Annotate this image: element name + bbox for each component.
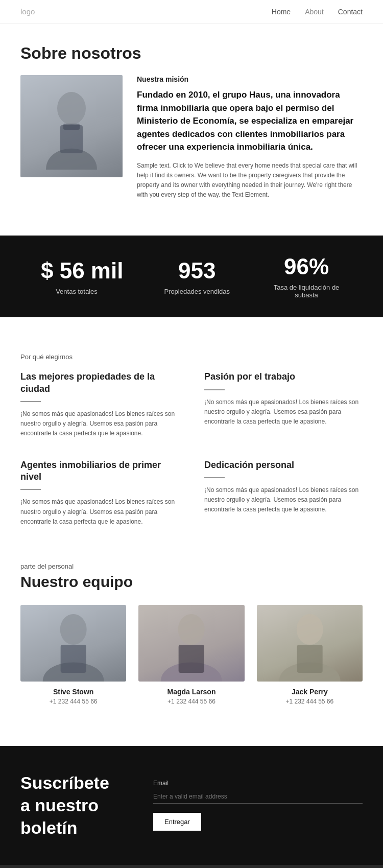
feature-0-desc: ¡No somos más que apasionados! Los biene… bbox=[20, 409, 179, 439]
page-title: Sobre nosotros bbox=[20, 44, 363, 63]
svg-rect-6 bbox=[179, 645, 204, 673]
stat-rate-label: Tasa de liquidación de subasta bbox=[271, 284, 342, 299]
newsletter-title: Suscríbete a nuestro boletín bbox=[20, 771, 123, 839]
why-label: Por qué elegirnos bbox=[20, 353, 363, 361]
svg-point-3 bbox=[60, 614, 87, 645]
feature-0-divider bbox=[20, 401, 41, 402]
member-1-phone: +1 232 444 55 66 bbox=[138, 698, 244, 705]
feature-1-desc: ¡No somos más que apasionados! Los biene… bbox=[204, 397, 363, 427]
why-section: Por qué elegirnos Las mejores propiedade… bbox=[0, 338, 383, 542]
stat-properties-label: Propiedades vendidas bbox=[164, 288, 230, 295]
svg-rect-2 bbox=[63, 124, 80, 130]
stat-properties: 953 Propiedades vendidas bbox=[164, 258, 230, 295]
nav-contact[interactable]: Contact bbox=[338, 8, 363, 16]
about-section: Sobre nosotros Nuestra misión Fundado en… bbox=[0, 24, 383, 215]
stat-rate-value: 96% bbox=[271, 254, 342, 279]
svg-point-0 bbox=[57, 92, 86, 125]
feature-2-title: Agentes inmobiliarios de primer nivel bbox=[20, 459, 179, 483]
mission-label: Nuestra misión bbox=[137, 75, 363, 83]
newsletter-section: Suscríbete a nuestro boletín Email Entre… bbox=[0, 746, 383, 865]
svg-point-5 bbox=[178, 614, 205, 645]
svg-point-7 bbox=[296, 614, 323, 645]
svg-rect-4 bbox=[61, 645, 86, 673]
nav-about[interactable]: About bbox=[305, 8, 324, 16]
member-1-name: Magda Larson bbox=[138, 688, 244, 696]
stat-sales: $ 56 mil Ventas totales bbox=[41, 258, 123, 295]
member-1-photo bbox=[138, 605, 244, 682]
person-photo bbox=[20, 75, 123, 177]
submit-button[interactable]: Entregar bbox=[153, 813, 201, 831]
email-input[interactable] bbox=[153, 790, 363, 804]
team-title: Nuestro equipo bbox=[20, 573, 363, 591]
stat-properties-value: 953 bbox=[164, 258, 230, 284]
team-grid: Stive Stown +1 232 444 55 66 Magda Larso… bbox=[20, 605, 363, 705]
mission-text: Fundado en 2010, el grupo Haus, una inno… bbox=[137, 88, 363, 154]
feature-0-title: Las mejores propiedades de la ciudad bbox=[20, 371, 179, 395]
feature-3-title: Dedicación personal bbox=[204, 459, 363, 471]
feature-3-desc: ¡No somos más que apasionados! Los biene… bbox=[204, 485, 363, 515]
feature-3: Dedicación personal ¡No somos más que ap… bbox=[204, 459, 363, 527]
svg-rect-8 bbox=[297, 645, 322, 673]
feature-1: Pasión por el trabajo ¡No somos más que … bbox=[204, 371, 363, 438]
nav-home[interactable]: Home bbox=[272, 8, 291, 16]
feature-3-divider bbox=[204, 477, 225, 478]
footer: Sample text. Click to select the Text El… bbox=[0, 865, 383, 869]
navbar: logo Home About Contact bbox=[0, 0, 383, 24]
stat-sales-label: Ventas totales bbox=[41, 288, 112, 295]
newsletter-form: Email Entregar bbox=[153, 780, 363, 831]
email-label: Email bbox=[153, 780, 363, 787]
team-label: parte del personal bbox=[20, 562, 363, 570]
team-member-0: Stive Stown +1 232 444 55 66 bbox=[20, 605, 126, 705]
member-0-photo bbox=[20, 605, 126, 682]
team-section: parte del personal Nuestro equipo Stive … bbox=[0, 542, 383, 725]
feature-2-desc: ¡No somos más que apasionados! Los biene… bbox=[20, 497, 179, 527]
team-member-2: Jack Perry +1 232 444 55 66 bbox=[257, 605, 363, 705]
about-text-block: Nuestra misión Fundado en 2010, el grupo… bbox=[137, 75, 363, 200]
about-content: Nuestra misión Fundado en 2010, el grupo… bbox=[20, 75, 363, 200]
feature-1-title: Pasión por el trabajo bbox=[204, 371, 363, 383]
features-grid: Las mejores propiedades de la ciudad ¡No… bbox=[20, 371, 363, 527]
feature-0: Las mejores propiedades de la ciudad ¡No… bbox=[20, 371, 179, 438]
stat-sales-value: $ 56 mil bbox=[41, 258, 123, 284]
member-0-name: Stive Stown bbox=[20, 688, 126, 696]
member-2-name: Jack Perry bbox=[257, 688, 363, 696]
member-2-photo bbox=[257, 605, 363, 682]
nav-links: Home About Contact bbox=[272, 8, 363, 16]
sample-text: Sample text. Click to We believe that ev… bbox=[137, 161, 363, 200]
member-2-phone: +1 232 444 55 66 bbox=[257, 698, 363, 705]
member-0-phone: +1 232 444 55 66 bbox=[20, 698, 126, 705]
feature-1-divider bbox=[204, 389, 225, 390]
logo: logo bbox=[20, 7, 35, 16]
stats-bar: $ 56 mil Ventas totales 953 Propiedades … bbox=[0, 236, 383, 317]
feature-2-divider bbox=[20, 489, 41, 490]
feature-2: Agentes inmobiliarios de primer nivel ¡N… bbox=[20, 459, 179, 527]
team-member-1: Magda Larson +1 232 444 55 66 bbox=[138, 605, 244, 705]
stat-rate: 96% Tasa de liquidación de subasta bbox=[271, 254, 342, 299]
about-image bbox=[20, 75, 123, 177]
